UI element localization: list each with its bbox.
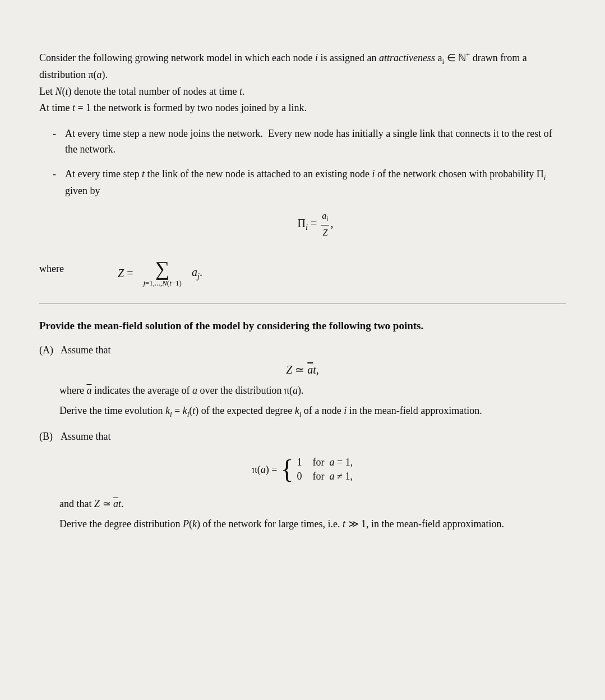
sigma-symbol: ∑ xyxy=(155,259,170,279)
piecewise-cases: 1 for a = 1, 0 for a ≠ 1, xyxy=(297,457,353,482)
pi-fraction: ai Z xyxy=(321,209,329,240)
part-b: (B) Assume that π(a) = { 1 for a = 1, 0 … xyxy=(39,431,566,532)
sum-row: Z = ∑ j=1,...,N(t−1) aj. xyxy=(118,259,202,288)
bullet-list: - At every time step a new node joins th… xyxy=(53,126,566,250)
sigma-subscript: j=1,...,N(t−1) xyxy=(143,279,182,288)
where-block: where Z = ∑ j=1,...,N(t−1) aj. xyxy=(39,259,566,288)
intro-p3: At time t = 1 the network is formed by t… xyxy=(39,100,566,116)
bullet-item-2: - At every time step t the link of the n… xyxy=(53,167,566,250)
part-a-label: (A) Assume that xyxy=(39,344,566,356)
piecewise-row-1: 1 for a = 1, xyxy=(297,457,353,468)
case1-cond: for a = 1, xyxy=(313,457,353,468)
part-b-text2: Derive the degree distribution P(k) of t… xyxy=(59,517,566,532)
piecewise-formula: π(a) = { 1 for a = 1, 0 for a ≠ 1, xyxy=(39,450,566,489)
pi-numerator: ai xyxy=(321,209,329,225)
case2-val: 0 xyxy=(297,471,306,482)
bullet-item-1: - At every time step a new node joins th… xyxy=(53,126,566,158)
piecewise-row-2: 0 for a ≠ 1, xyxy=(297,471,353,482)
part-a-text1: where a indicates the average of a over … xyxy=(59,383,566,399)
bullet-text-1: At every time step a new node joins the … xyxy=(65,126,566,158)
bullet-dash-1: - xyxy=(53,126,63,158)
part-a-content: where a indicates the average of a over … xyxy=(59,383,566,420)
part-b-text1: and that Z ≃ at. xyxy=(59,496,566,512)
piecewise-brace: { xyxy=(281,456,294,483)
part-b-assume: Assume that xyxy=(61,431,111,443)
sigma-container: ∑ j=1,...,N(t−1) xyxy=(143,259,182,288)
part-a-approx: Z ≃ at, xyxy=(39,363,566,376)
section-divider xyxy=(39,303,566,304)
piecewise-container: π(a) = { 1 for a = 1, 0 for a ≠ 1, xyxy=(252,456,353,483)
intro-p1: Consider the following growing network m… xyxy=(39,49,566,83)
bullet-text-2: At every time step t the link of the new… xyxy=(65,167,566,250)
sum-formula: Z = ∑ j=1,...,N(t−1) aj. xyxy=(118,259,202,288)
pi-denominator: Z xyxy=(321,225,329,240)
bold-question: Provide the mean-field solution of the m… xyxy=(39,317,566,334)
part-b-content: and that Z ≃ at. Derive the degree distr… xyxy=(59,496,566,532)
intro-block: Consider the following growing network m… xyxy=(39,49,566,116)
part-a-text2: Derive the time evolution ki = ki(t) of … xyxy=(59,403,566,420)
piecewise-label: π(a) = xyxy=(252,464,278,476)
page: Consider the following growing network m… xyxy=(0,22,605,570)
part-a: (A) Assume that Z ≃ at, where a indicate… xyxy=(39,344,566,420)
part-b-label: (B) Assume that xyxy=(39,431,566,443)
sum-aj: aj. xyxy=(192,266,202,281)
case1-val: 1 xyxy=(297,457,306,468)
intro-p2: Let N(t) denote the total number of node… xyxy=(39,84,566,100)
part-a-letter: (A) xyxy=(39,344,56,356)
part-a-assume: Assume that xyxy=(61,344,111,356)
part-b-letter: (B) xyxy=(39,431,56,443)
a-bar-z: a xyxy=(307,363,313,376)
case2-cond: for a ≠ 1, xyxy=(313,471,353,482)
where-label: where xyxy=(39,259,84,275)
bullet-dash-2: - xyxy=(53,167,63,250)
pi-formula: Πi = ai Z , xyxy=(65,209,566,240)
z-equals: Z = xyxy=(118,267,133,280)
